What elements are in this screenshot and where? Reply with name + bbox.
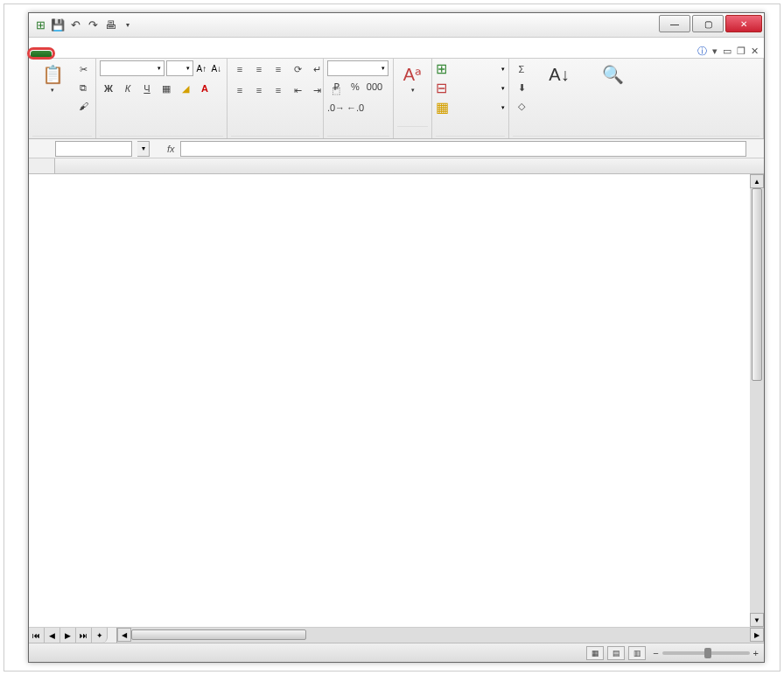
- mdi-close-icon[interactable]: ✕: [751, 46, 759, 57]
- currency-icon[interactable]: ₽: [327, 78, 345, 95]
- status-bar: ▦ ▤ ▥ − +: [29, 643, 764, 662]
- number-format-select[interactable]: ▾: [327, 60, 388, 76]
- copy-icon[interactable]: ⧉: [74, 79, 92, 96]
- fx-button[interactable]: fx: [167, 144, 175, 154]
- file-tab[interactable]: [31, 51, 52, 58]
- ribbon-minimize-icon[interactable]: ▭: [723, 46, 732, 57]
- redo-icon[interactable]: ↷: [85, 18, 101, 33]
- autosum-icon[interactable]: Σ: [513, 60, 530, 78]
- find-select-button[interactable]: 🔍: [588, 60, 637, 88]
- scroll-left-button[interactable]: ◀: [117, 628, 131, 642]
- percent-icon[interactable]: %: [346, 78, 364, 95]
- clear-icon[interactable]: ◇: [513, 97, 530, 115]
- help-icon[interactable]: ⓘ: [697, 45, 707, 58]
- print-preview-icon[interactable]: 🖶: [102, 18, 118, 33]
- sheet-nav-prev[interactable]: ◀: [45, 628, 60, 643]
- styles-icon: Aᵃ: [401, 62, 425, 87]
- decrease-indent-icon[interactable]: ⇤: [289, 81, 306, 99]
- scroll-up-button[interactable]: ▲: [750, 174, 764, 188]
- normal-view-button[interactable]: ▦: [586, 646, 604, 660]
- bold-button[interactable]: Ж: [100, 80, 117, 97]
- scroll-right-button[interactable]: ▶: [750, 628, 764, 642]
- worksheet-grid[interactable]: ▲ ▼: [29, 158, 764, 627]
- sheet-nav-first[interactable]: ⏮: [29, 628, 45, 643]
- save-icon[interactable]: 💾: [50, 18, 66, 33]
- styles-button[interactable]: Aᵃ ▾: [397, 60, 428, 95]
- align-top-icon[interactable]: ≡: [231, 60, 248, 78]
- sort-icon: A↓: [547, 62, 571, 87]
- paste-button[interactable]: 📋 ▾: [32, 60, 73, 95]
- align-bottom-icon[interactable]: ≡: [270, 60, 287, 78]
- group-number: ▾ ₽ % 000 .0→ ←.0: [324, 59, 394, 138]
- horizontal-scrollbar[interactable]: ◀ ▶: [116, 628, 764, 643]
- font-name-select[interactable]: ▾: [100, 60, 164, 76]
- zoom-thumb[interactable]: [704, 648, 711, 658]
- comma-icon[interactable]: 000: [366, 78, 383, 95]
- delete-cells-button[interactable]: ⊟ ▾: [436, 80, 505, 96]
- increase-indent-icon[interactable]: ⇥: [308, 81, 326, 99]
- quick-access-toolbar: ⊞ 💾 ↶ ↷ 🖶 ▾: [29, 18, 139, 33]
- maximize-button[interactable]: ▢: [692, 15, 724, 32]
- vertical-scrollbar[interactable]: ▲ ▼: [750, 174, 764, 627]
- name-box[interactable]: [55, 141, 132, 157]
- group-editing-label: [513, 136, 760, 138]
- align-left-icon[interactable]: ≡: [231, 81, 248, 99]
- close-button[interactable]: ✕: [725, 15, 762, 32]
- clipboard-icon: 📋: [40, 62, 65, 87]
- shrink-font-icon[interactable]: A↓: [210, 61, 223, 75]
- align-center-icon[interactable]: ≡: [250, 81, 268, 99]
- font-color-button[interactable]: A: [196, 80, 214, 97]
- scroll-down-button[interactable]: ▼: [750, 613, 764, 627]
- grow-font-icon[interactable]: A↑: [195, 61, 208, 75]
- minimize-button[interactable]: —: [659, 15, 690, 32]
- help-dropdown-icon[interactable]: ▾: [712, 46, 718, 57]
- align-middle-icon[interactable]: ≡: [250, 60, 268, 78]
- decrease-decimal-icon[interactable]: ←.0: [346, 99, 364, 116]
- excel-icon: ⊞: [32, 18, 48, 33]
- mdi-restore-icon[interactable]: ❐: [737, 46, 746, 57]
- page-break-view-button[interactable]: ▥: [628, 646, 646, 660]
- file-tab-highlight: [27, 47, 55, 60]
- name-box-dropdown[interactable]: ▾: [137, 141, 150, 157]
- formula-bar: ▾ fx: [29, 139, 764, 158]
- group-number-label: [327, 136, 389, 138]
- undo-icon[interactable]: ↶: [67, 18, 83, 33]
- group-alignment-label: [231, 136, 319, 138]
- zoom-out-button[interactable]: −: [653, 648, 658, 658]
- vscroll-thumb[interactable]: [752, 188, 762, 381]
- cut-icon[interactable]: ✂: [74, 60, 92, 78]
- ribbon-tabs: ⓘ ▾ ▭ ❐ ✕: [29, 38, 764, 59]
- group-cells: ⊞ ▾ ⊟ ▾ ▦ ▾: [432, 59, 509, 138]
- formula-input[interactable]: [180, 141, 746, 157]
- sheet-nav-next[interactable]: ▶: [60, 628, 76, 643]
- format-cells-button[interactable]: ▦ ▾: [436, 99, 505, 116]
- wrap-text-icon[interactable]: ↵: [308, 60, 326, 78]
- sheet-nav-last[interactable]: ⏭: [76, 628, 92, 643]
- select-all-corner[interactable]: [29, 158, 55, 173]
- group-font: ▾ ▾ A↑ A↓ Ж К Ч ▦ ◢ A: [96, 59, 228, 138]
- group-clipboard-label: [32, 136, 92, 138]
- increase-decimal-icon[interactable]: .0→: [327, 99, 345, 116]
- format-painter-icon[interactable]: 🖌: [74, 97, 92, 115]
- font-size-select[interactable]: ▾: [166, 60, 193, 76]
- zoom-slider[interactable]: [662, 651, 750, 655]
- sheet-tab-bar: ⏮ ◀ ▶ ⏭ ✦ ◀ ▶: [29, 627, 764, 643]
- zoom-in-button[interactable]: +: [753, 648, 759, 658]
- fill-icon[interactable]: ⬇: [513, 79, 530, 96]
- group-clipboard: 📋 ▾ ✂ ⧉ 🖌: [29, 59, 96, 138]
- align-right-icon[interactable]: ≡: [270, 81, 287, 99]
- insert-cells-button[interactable]: ⊞ ▾: [436, 60, 505, 77]
- qat-dropdown-icon[interactable]: ▾: [120, 18, 136, 33]
- sort-filter-button[interactable]: A↓: [532, 60, 586, 88]
- page-layout-view-button[interactable]: ▤: [607, 646, 625, 660]
- underline-button[interactable]: Ч: [138, 80, 156, 97]
- italic-button[interactable]: К: [119, 80, 136, 97]
- new-sheet-button[interactable]: ✦: [92, 628, 108, 643]
- hscroll-thumb[interactable]: [131, 629, 306, 640]
- ribbon: 📋 ▾ ✂ ⧉ 🖌 ▾ ▾ A↑ A↓: [29, 59, 764, 139]
- column-headers: [29, 158, 764, 174]
- orientation-icon[interactable]: ⟳: [289, 60, 306, 78]
- fill-color-button[interactable]: ◢: [177, 80, 194, 97]
- group-editing: Σ ⬇ ◇ A↓ 🔍: [509, 59, 764, 138]
- border-button[interactable]: ▦: [158, 80, 175, 97]
